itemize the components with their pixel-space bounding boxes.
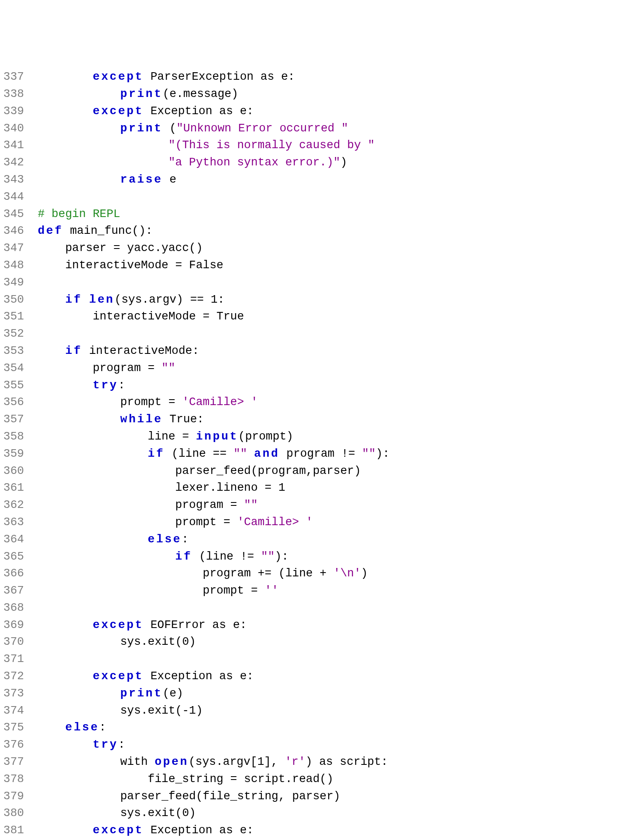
code-token: with <box>38 755 154 768</box>
code-line: 366 program += (line + '\n') <box>3 565 617 582</box>
code-line: 365 if (line != ""): <box>3 548 617 565</box>
code-line: 351 interactiveMode = True <box>3 308 617 325</box>
line-number: 348 <box>3 259 24 272</box>
code-line: 380 sys.exit(0) <box>3 805 617 822</box>
line-number: 342 <box>3 156 24 169</box>
code-line: 373 print(e) <box>3 685 617 702</box>
line-number: 343 <box>3 173 24 186</box>
code-token: 'Camille> ' <box>182 395 258 408</box>
code-token: input <box>196 430 238 443</box>
line-number: 357 <box>3 413 24 426</box>
line-number: 359 <box>3 447 24 460</box>
code-token <box>38 824 93 837</box>
code-token: except <box>93 618 144 631</box>
code-line: 348 interactiveMode = False <box>3 257 617 274</box>
code-token <box>38 550 175 563</box>
code-token: EOFError as e: <box>144 618 247 631</box>
code-token: e <box>162 173 176 186</box>
line-number: 373 <box>3 687 24 700</box>
code-line: 337 except ParserException as e: <box>3 68 617 86</box>
code-token: 'r' <box>285 755 305 768</box>
code-token: program = <box>38 498 244 511</box>
line-number: 360 <box>3 464 24 477</box>
code-token: parser_feed(file_string, parser) <box>38 790 340 803</box>
code-token <box>38 139 168 152</box>
code-line: 371 <box>3 651 617 668</box>
code-token: (sys.argv[1], <box>188 755 285 768</box>
code-token: except <box>93 824 144 837</box>
line-number: 358 <box>3 430 24 443</box>
code-line: 378 file_string = script.read() <box>3 771 617 788</box>
code-token: ) <box>340 156 347 169</box>
code-token: (line != <box>192 550 261 563</box>
line-number: 368 <box>3 601 24 614</box>
code-token: interactiveMode = False <box>38 259 223 272</box>
code-line: 342 "a Python syntax error.)") <box>3 154 617 171</box>
code-token: "" <box>244 498 258 511</box>
line-number: 369 <box>3 618 24 631</box>
code-token: ): <box>376 447 390 460</box>
code-token: '\n' <box>333 567 361 580</box>
code-token <box>38 122 120 135</box>
code-line: 359 if (line == "" and program != ""): <box>3 445 617 463</box>
line-number: 339 <box>3 105 24 118</box>
code-line: 338 print(e.message) <box>3 86 617 103</box>
code-token <box>38 413 120 426</box>
line-number: 375 <box>3 721 24 734</box>
code-line: 379 parser_feed(file_string, parser) <box>3 788 617 805</box>
code-line: 356 prompt = 'Camille> ' <box>3 394 617 411</box>
line-number: 356 <box>3 395 24 408</box>
code-line: 349 <box>3 274 617 291</box>
code-token: if <box>148 447 165 460</box>
code-line: 341 "(This is normally caused by " <box>3 137 617 154</box>
line-number: 337 <box>3 70 24 83</box>
line-number: 353 <box>3 344 24 357</box>
code-token: "Unknown Error occurred " <box>176 122 348 135</box>
line-number: 362 <box>3 498 24 511</box>
code-token: ( <box>162 122 176 135</box>
code-token: prompt = <box>38 395 182 408</box>
code-token <box>38 293 65 306</box>
code-line: 363 prompt = 'Camille> ' <box>3 514 617 531</box>
code-token: except <box>93 670 144 683</box>
code-token: ): <box>275 550 289 563</box>
code-token: else <box>65 721 99 734</box>
code-line: 381 except Exception as e: <box>3 822 617 839</box>
code-token <box>38 156 168 169</box>
code-line: 353 if interactiveMode: <box>3 343 617 360</box>
code-line: 375 else: <box>3 719 617 736</box>
line-number: 372 <box>3 670 24 683</box>
code-line: 364 else: <box>3 531 617 548</box>
code-token: # begin REPL <box>38 207 120 220</box>
code-token: ) <box>361 567 368 580</box>
code-line: 345 # begin REPL <box>3 206 617 223</box>
code-line: 367 prompt = '' <box>3 582 617 599</box>
code-line: 374 sys.exit(-1) <box>3 702 617 720</box>
code-token: : <box>118 379 125 392</box>
code-token <box>38 618 93 631</box>
code-line: 376 try: <box>3 736 617 754</box>
code-token: file_string = script.read() <box>38 772 333 785</box>
line-number: 346 <box>3 224 24 237</box>
code-token: try <box>93 738 118 751</box>
code-token: prompt = <box>38 516 237 529</box>
code-token <box>38 344 65 357</box>
code-token: while <box>120 413 163 426</box>
code-token <box>38 721 65 734</box>
code-line: 347 parser = yacc.yacc() <box>3 240 617 257</box>
code-token <box>38 379 93 392</box>
code-token: parser = yacc.yacc() <box>38 241 203 254</box>
code-line: 357 while True: <box>3 411 617 428</box>
code-token: def <box>38 224 63 237</box>
code-token: '' <box>265 584 279 597</box>
line-number: 376 <box>3 738 24 751</box>
code-token: except <box>93 105 144 118</box>
line-number: 371 <box>3 652 24 665</box>
line-number: 363 <box>3 516 24 529</box>
code-token: interactiveMode: <box>82 344 199 357</box>
code-token: lexer.lineno = 1 <box>38 481 285 494</box>
code-token: program != <box>280 447 362 460</box>
code-token: main_func(): <box>63 224 152 237</box>
code-token: sys.exit(-1) <box>38 704 203 717</box>
line-number: 364 <box>3 533 24 546</box>
